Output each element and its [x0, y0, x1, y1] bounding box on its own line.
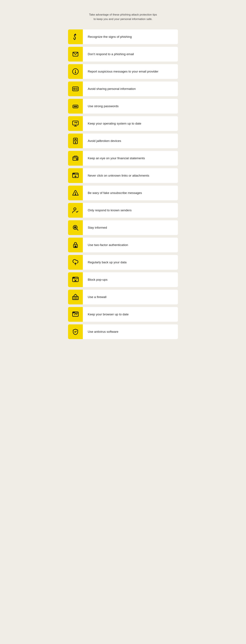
tip-label-os-update: Keep your operating system up to date: [83, 118, 178, 129]
tip-card-financial: Keep an eye on your financial statements: [68, 151, 178, 166]
tip-card-jailbreak: Avoid jailbroken devices: [68, 134, 178, 148]
tips-list: Recognize the signs of phishingDon't res…: [68, 30, 178, 339]
firewall-icon: [68, 290, 83, 304]
svg-point-25: [75, 194, 76, 195]
wallet-icon: [68, 151, 83, 166]
header: Take advantage of these phishing attack …: [68, 12, 178, 21]
tip-label-financial: Keep an eye on your financial statements: [83, 153, 178, 163]
triangle-alert-icon: [68, 186, 83, 200]
tip-label-dont-respond: Don't respond to a phishing email: [83, 49, 178, 59]
svg-text:11: 11: [75, 246, 77, 248]
tip-label-2fa: Use two-factor authentication: [83, 240, 178, 250]
password-icon: [68, 99, 83, 114]
tip-card-fake-unsubscribe: Be wary of fake unsubscribe messages: [68, 186, 178, 200]
tip-card-recognize: Recognize the signs of phishing: [68, 30, 178, 44]
tip-card-browser: Keep your browser up to date: [68, 307, 178, 322]
phone-lock-icon: [68, 134, 83, 148]
svg-point-26: [74, 208, 76, 210]
tip-label-avoid-sharing: Avoid sharing personal information: [83, 84, 178, 94]
svg-rect-13: [73, 121, 78, 125]
browser-x-icon: [68, 272, 83, 287]
svg-line-28: [77, 229, 78, 230]
svg-point-0: [75, 34, 76, 35]
tip-card-unknown-links: Never click on unknown links or attachme…: [68, 168, 178, 183]
svg-point-12: [76, 106, 77, 107]
id-card-icon: [68, 82, 83, 96]
tip-label-jailbreak: Avoid jailbroken devices: [83, 136, 178, 146]
svg-point-6: [74, 88, 75, 90]
svg-point-19: [76, 159, 77, 160]
tip-label-known-senders: Only respond to known senders: [83, 205, 178, 216]
tip-label-browser: Keep your browser up to date: [83, 309, 178, 320]
svg-point-30: [75, 227, 76, 228]
tip-label-strong-passwords: Use strong passwords: [83, 101, 178, 111]
svg-point-22: [73, 174, 74, 174]
tip-card-report: Report suspicious messages to your email…: [68, 64, 178, 79]
tip-label-backup: Regularly back up your data: [83, 257, 178, 268]
tip-card-firewall: Use a firewall: [68, 290, 178, 304]
svg-point-23: [74, 174, 75, 174]
tip-label-unknown-links: Never click on unknown links or attachme…: [83, 170, 178, 181]
tip-label-firewall: Use a firewall: [83, 292, 178, 302]
search-eye-icon: [68, 220, 83, 235]
tip-label-antivirus: Use antivirus software: [83, 327, 178, 337]
browser-refresh-icon: [68, 307, 83, 322]
svg-point-11: [75, 106, 76, 107]
svg-point-37: [74, 278, 75, 278]
svg-point-36: [73, 278, 74, 278]
tip-card-2fa: 11Use two-factor authentication: [68, 238, 178, 252]
tip-card-backup: Regularly back up your data: [68, 255, 178, 270]
person-check-icon: [68, 203, 83, 218]
svg-point-10: [74, 106, 75, 107]
tip-label-stay-informed: Stay informed: [83, 222, 178, 233]
tip-card-popups: Block pop-ups: [68, 272, 178, 287]
svg-point-46: [73, 312, 74, 313]
tip-label-report: Report suspicious messages to your email…: [83, 66, 178, 76]
fish-hook-icon: [68, 30, 83, 44]
tip-label-recognize: Recognize the signs of phishing: [83, 32, 178, 42]
cloud-upload-icon: [68, 255, 83, 270]
tip-card-known-senders: Only respond to known senders: [68, 203, 178, 218]
monitor-refresh-icon: [68, 116, 83, 131]
browser-attachment-icon: [68, 168, 83, 183]
tip-card-stay-informed: Stay informed: [68, 220, 178, 235]
svg-point-47: [74, 312, 75, 313]
tip-label-popups: Block pop-ups: [83, 274, 178, 285]
mail-icon: [68, 47, 83, 62]
shield-check-icon: [68, 324, 83, 339]
tip-card-antivirus: Use antivirus software: [68, 324, 178, 339]
page-subtitle: Take advantage of these phishing attack …: [68, 12, 178, 21]
page-container: Take advantage of these phishing attack …: [61, 0, 184, 352]
alert-circle-icon: [68, 64, 83, 79]
tip-card-os-update: Keep your operating system up to date: [68, 116, 178, 131]
svg-point-18: [75, 142, 76, 143]
tip-card-strong-passwords: Use strong passwords: [68, 99, 178, 114]
tip-card-avoid-sharing: Avoid sharing personal information: [68, 82, 178, 96]
tip-label-fake-unsubscribe: Be wary of fake unsubscribe messages: [83, 188, 178, 198]
svg-point-4: [75, 72, 76, 73]
lock-code-icon: 11: [68, 238, 83, 252]
tip-card-dont-respond: Don't respond to a phishing email: [68, 47, 178, 62]
